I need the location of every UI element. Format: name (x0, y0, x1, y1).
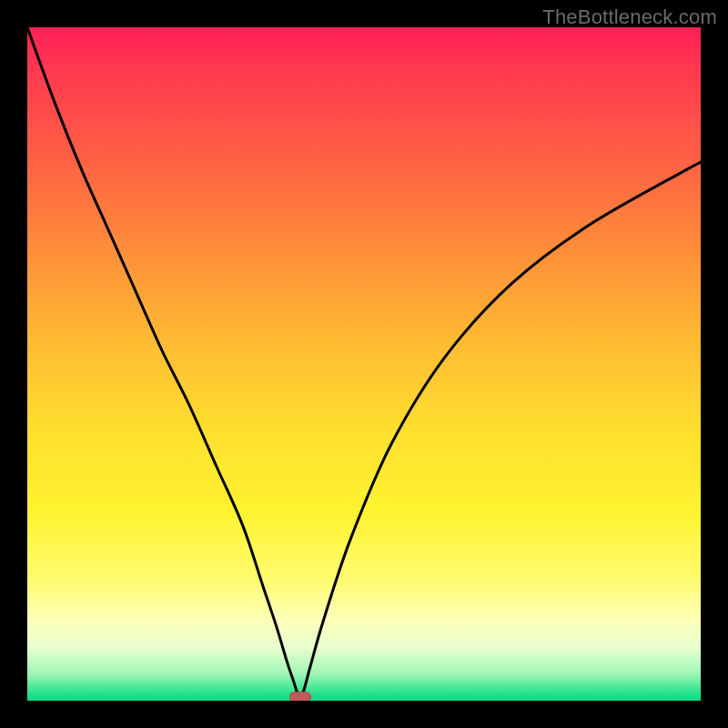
watermark-text: TheBottleneck.com (542, 5, 717, 29)
plot-area (27, 27, 701, 701)
chart-frame: TheBottleneck.com (0, 0, 728, 728)
bottleneck-curve-svg (27, 27, 701, 701)
optimum-marker (289, 692, 311, 701)
bottleneck-curve-path (27, 27, 701, 695)
